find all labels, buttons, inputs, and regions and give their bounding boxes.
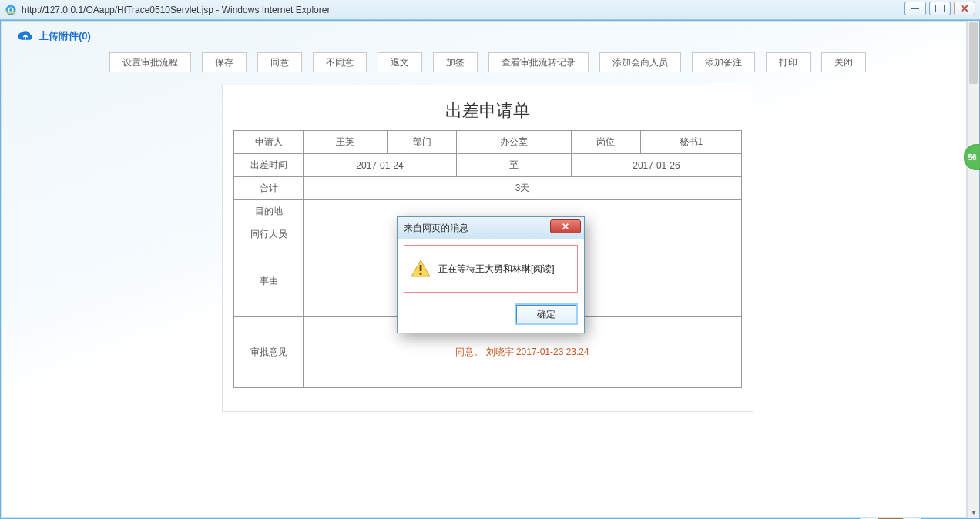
- alert-body: 正在等待王大勇和林琳[阅读]: [398, 239, 584, 299]
- alert-message: 正在等待王大勇和林琳[阅读]: [438, 263, 555, 276]
- view-flow-record-button[interactable]: 查看审批流转记录: [488, 52, 589, 72]
- maximize-button[interactable]: [929, 2, 951, 15]
- alert-title-text: 来自网页的消息: [404, 222, 468, 235]
- alert-dialog: 来自网页的消息 正在等待王大勇和林琳[阅读]: [397, 216, 585, 333]
- label-applicant: 申请人: [234, 131, 304, 154]
- value-post: 秘书1: [640, 131, 741, 154]
- value-applicant: 王英: [304, 131, 388, 154]
- window-title: http://127.0.0.1/OAapp/HtTrace0510Servle…: [22, 5, 330, 15]
- approval-text: 同意。 刘晓宇 2017-01-23 23:24: [455, 347, 589, 357]
- label-approval: 审批意见: [234, 317, 304, 388]
- svg-point-3: [9, 8, 12, 12]
- svg-rect-4: [420, 265, 422, 271]
- form-title: 出差申请单: [233, 99, 742, 122]
- save-button[interactable]: 保存: [202, 52, 247, 72]
- label-trip-time: 出差时间: [234, 154, 304, 177]
- set-approval-flow-button[interactable]: 设置审批流程: [109, 52, 191, 72]
- return-doc-button[interactable]: 退文: [378, 52, 422, 72]
- close-icon: [561, 223, 570, 230]
- label-dept: 部门: [388, 131, 457, 154]
- alert-titlebar: 来自网页的消息: [398, 217, 584, 239]
- label-destination: 目的地: [234, 200, 304, 223]
- disagree-button[interactable]: 不同意: [313, 52, 367, 72]
- svg-rect-5: [420, 273, 422, 275]
- value-start-date: 2017-01-24: [304, 154, 457, 177]
- ie-logo-icon: [5, 4, 17, 16]
- label-to: 至: [457, 154, 572, 177]
- add-sign-button[interactable]: 加签: [433, 52, 478, 72]
- warning-icon: [411, 260, 431, 278]
- alert-inner: 正在等待王大勇和林琳[阅读]: [404, 245, 578, 293]
- window-close-button[interactable]: [954, 2, 975, 15]
- titlebar: http://127.0.0.1/OAapp/HtTrace0510Servle…: [0, 0, 980, 20]
- label-companion: 同行人员: [234, 223, 304, 246]
- client-area: 上传附件(0) 设置审批流程 保存 同意 不同意 退文 加签 查看审批流转记录 …: [0, 20, 980, 519]
- label-total: 合计: [234, 177, 304, 200]
- table-row: 出差时间 2017-01-24 至 2017-01-26: [234, 154, 742, 177]
- cloud-upload-icon: [17, 30, 34, 42]
- agree-button[interactable]: 同意: [257, 52, 302, 72]
- label-reason: 事由: [234, 246, 304, 317]
- table-row: 合计 3天: [234, 177, 742, 200]
- label-post: 岗位: [571, 131, 640, 154]
- vertical-scrollbar[interactable]: ▾: [967, 21, 979, 518]
- upload-label: 上传附件(0): [39, 29, 91, 43]
- alert-close-button[interactable]: [550, 219, 581, 233]
- add-consult-button[interactable]: 添加会商人员: [599, 52, 681, 72]
- browser-window: http://127.0.0.1/OAapp/HtTrace0510Servle…: [0, 0, 980, 519]
- table-row: 申请人 王英 部门 办公室 岗位 秘书1: [234, 131, 742, 154]
- value-end-date: 2017-01-26: [571, 154, 741, 177]
- minimize-button[interactable]: [904, 2, 926, 15]
- toolbar: 设置审批流程 保存 同意 不同意 退文 加签 查看审批流转记录 添加会商人员 添…: [17, 52, 958, 72]
- alert-ok-button[interactable]: 确定: [516, 305, 576, 323]
- close-icon: [960, 4, 969, 13]
- value-dept: 办公室: [457, 131, 572, 154]
- value-total: 3天: [304, 177, 742, 200]
- close-button[interactable]: 关闭: [821, 52, 866, 72]
- upload-attachment-link[interactable]: 上传附件(0): [17, 29, 958, 43]
- print-button[interactable]: 打印: [766, 52, 811, 72]
- alert-actions: 确定: [398, 299, 584, 333]
- scrollbar-thumb[interactable]: [969, 22, 978, 84]
- scroll-down-arrow[interactable]: ▾: [968, 506, 979, 518]
- window-controls: [904, 2, 975, 15]
- add-note-button[interactable]: 添加备注: [692, 52, 755, 72]
